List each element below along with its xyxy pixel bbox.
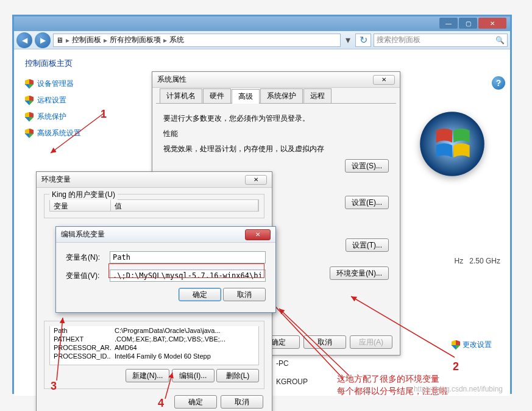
cancel-button[interactable]: 取消 <box>221 395 263 409</box>
close-icon[interactable]: ✕ <box>373 75 395 85</box>
search-placeholder: 搜索控制面板 <box>377 35 420 45</box>
breadcrumb-item[interactable]: 所有控制面板项 <box>110 35 161 45</box>
system-variables-list[interactable]: PathC:\ProgramData\Oracle\Java\java... P… <box>49 326 259 365</box>
cpu-speed-text: Hz 2.50 GHz <box>455 257 500 265</box>
search-input[interactable]: 搜索控制面板 🔍 <box>374 34 508 47</box>
shield-icon <box>452 340 460 350</box>
sidebar-item-label: 高级系统设置 <box>37 128 81 138</box>
dialog-titlebar[interactable]: 编辑系统变量 ✕ <box>56 227 275 243</box>
variable-value-input[interactable] <box>110 270 266 282</box>
dialog-titlebar[interactable]: 系统属性 ✕ <box>152 72 400 88</box>
sidebar-item-advanced-settings[interactable]: 高级系统设置 <box>25 128 131 138</box>
refresh-button[interactable]: ↻ <box>355 34 371 47</box>
sidebar-item-device-manager[interactable]: 设备管理器 <box>25 79 131 89</box>
performance-desc: 视觉效果，处理器计划，内存使用，以及虚拟内存 <box>163 144 389 154</box>
tab-remote[interactable]: 远程 <box>303 88 332 103</box>
cancel-button[interactable]: 取消 <box>303 335 346 349</box>
nav-back-button[interactable]: ◀ <box>16 32 32 48</box>
workspace: ? 控制面板主页 设备管理器 远程设置 系统保护 高级系统设置 Hz 2.50 <box>14 49 510 396</box>
watermark-text: https://blog.csdn.net/ifubing <box>414 385 503 393</box>
user-variables-group: King 的用户变量(U) 变量 值 <box>44 194 264 218</box>
minimize-button[interactable]: — <box>439 18 458 29</box>
delete-button[interactable]: 删除(L) <box>216 369 259 382</box>
variable-name-input[interactable] <box>110 251 266 263</box>
sidebar-item-system-protection[interactable]: 系统保护 <box>25 112 131 122</box>
variable-value-label: 变量值(V): <box>66 271 110 281</box>
sidebar-item-label: 远程设置 <box>37 95 66 105</box>
settings-t-button[interactable]: 设置(T)... <box>346 238 389 252</box>
window-titlebar[interactable]: — ▢ ✕ <box>14 16 510 31</box>
edit-system-variable-dialog: 编辑系统变量 ✕ 变量名(N): 变量值(V): 确定 取消 <box>55 226 276 313</box>
table-row[interactable]: PROCESSOR_AR...AMD64 <box>50 343 258 352</box>
annotation-number-2: 2 <box>453 360 459 373</box>
performance-heading: 性能 <box>163 129 389 139</box>
sidebar-title: 控制面板主页 <box>25 58 131 69</box>
table-row[interactable]: PATHEXT.COM;.EXE;.BAT;.CMD;.VBS;.VBE;... <box>50 335 258 343</box>
maximize-button[interactable]: ▢ <box>459 18 477 29</box>
close-button[interactable]: ✕ <box>478 18 506 29</box>
sidebar-item-label: 系统保护 <box>37 112 66 122</box>
ok-button[interactable]: 确定 <box>174 395 217 409</box>
dialog-title-text: 编辑系统变量 <box>61 229 105 240</box>
close-icon[interactable]: ✕ <box>245 229 271 240</box>
tab-system-protection[interactable]: 系统保护 <box>260 88 303 103</box>
windows-logo-icon <box>419 110 486 177</box>
address-bar: ◀ ▶ 🖥 ▸ 控制面板 ▸ 所有控制面板项 ▸ 系统 ▾ ↻ 搜索控制面板 🔍 <box>14 31 510 49</box>
sidebar-item-remote-settings[interactable]: 远程设置 <box>25 95 131 105</box>
admin-note: 要进行大多数更改，您必须作为管理员登录。 <box>163 113 389 124</box>
table-row[interactable]: PathC:\ProgramData\Oracle\Java\java... <box>50 326 258 335</box>
breadcrumb-icon: 🖥 <box>56 36 63 45</box>
sidebar-item-label: 设备管理器 <box>37 79 74 89</box>
search-icon: 🔍 <box>495 36 505 45</box>
svg-point-0 <box>420 112 484 176</box>
variable-name-label: 变量名(N): <box>66 252 110 263</box>
breadcrumb-dropdown[interactable]: ▾ <box>343 34 353 46</box>
new-button[interactable]: 新建(N)... <box>126 369 170 382</box>
settings-s-button[interactable]: 设置(S)... <box>345 159 389 173</box>
env-variables-button[interactable]: 环境变量(N)... <box>330 266 389 280</box>
change-settings-link[interactable]: 更改设置 <box>452 340 492 350</box>
col-variable[interactable]: 变量 <box>50 200 111 211</box>
table-row[interactable]: PROCESSOR_ID...Intel64 Family 6 Model 60… <box>50 352 258 360</box>
user-variables-legend: King 的用户变量(U) <box>49 190 118 200</box>
edit-button[interactable]: 编辑(I)... <box>172 369 215 382</box>
close-icon[interactable]: ✕ <box>245 175 267 185</box>
settings-e-button[interactable]: 设置(E)... <box>345 196 389 209</box>
chevron-right-icon: ▸ <box>104 36 107 45</box>
tab-advanced[interactable]: 高级 <box>232 89 260 104</box>
nav-forward-button[interactable]: ▶ <box>35 32 51 48</box>
tab-hardware[interactable]: 硬件 <box>203 88 231 103</box>
breadcrumb[interactable]: 🖥 ▸ 控制面板 ▸ 所有控制面板项 ▸ 系统 <box>53 34 341 47</box>
apply-button[interactable]: 应用(A) <box>350 335 392 349</box>
sidebar: 控制面板主页 设备管理器 远程设置 系统保护 高级系统设置 <box>14 49 142 153</box>
shield-icon <box>25 96 34 105</box>
shield-icon <box>25 112 34 122</box>
tab-strip: 计算机名 硬件 高级 系统保护 远程 <box>156 88 396 104</box>
tab-computer-name[interactable]: 计算机名 <box>160 88 202 103</box>
cancel-button[interactable]: 取消 <box>223 288 266 301</box>
dialog-title-text: 系统属性 <box>157 74 186 85</box>
explorer-window: — ▢ ✕ ◀ ▶ 🖥 ▸ 控制面板 ▸ 所有控制面板项 ▸ 系统 ▾ ↻ 搜索… <box>12 15 512 394</box>
chevron-right-icon: ▸ <box>163 36 167 45</box>
list-header: 变量 值 <box>49 199 259 212</box>
ok-button[interactable]: 确定 <box>179 288 221 301</box>
dialog-titlebar[interactable]: 环境变量 ✕ <box>37 172 272 188</box>
shield-icon <box>25 79 34 89</box>
col-value[interactable]: 值 <box>111 200 258 211</box>
system-variables-group: PathC:\ProgramData\Oracle\Java\java... P… <box>44 321 264 389</box>
chevron-right-icon: ▸ <box>66 36 69 45</box>
help-icon[interactable]: ? <box>492 76 505 90</box>
breadcrumb-item[interactable]: 控制面板 <box>72 35 101 45</box>
breadcrumb-item[interactable]: 系统 <box>169 35 184 45</box>
dialog-title-text: 环境变量 <box>41 174 71 185</box>
shield-icon <box>25 129 34 138</box>
